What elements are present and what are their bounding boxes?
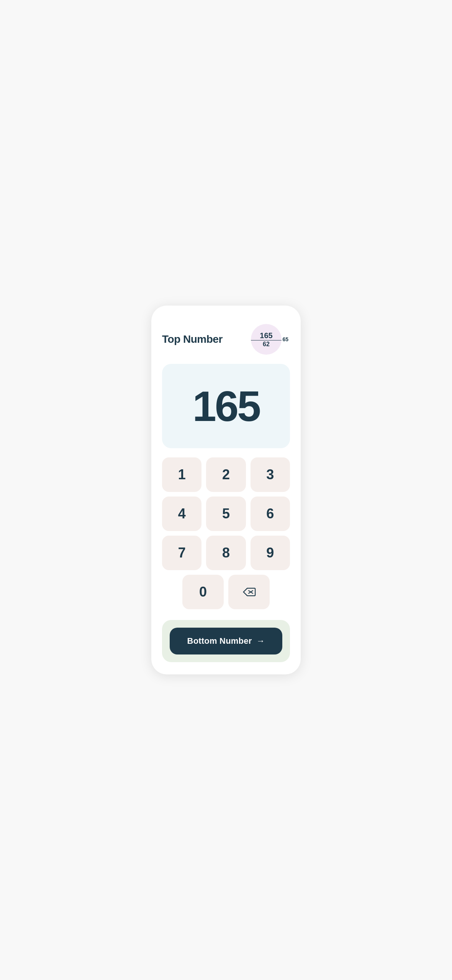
badge-side-value: 65 <box>282 336 288 342</box>
backspace-icon <box>242 587 256 597</box>
key-4[interactable]: 4 <box>162 497 201 531</box>
bottom-number-button[interactable]: Bottom Number → <box>170 628 282 654</box>
keypad-row-3: 7 8 9 <box>162 536 290 570</box>
key-8[interactable]: 8 <box>206 536 246 570</box>
keypad: 1 2 3 4 5 6 7 8 9 0 <box>162 457 290 609</box>
key-0[interactable]: 0 <box>182 575 224 609</box>
page-title: Top Number <box>162 333 223 345</box>
header: Top Number 165 62 65 <box>162 324 290 355</box>
fraction-badge: 165 62 65 <box>251 324 282 355</box>
key-7[interactable]: 7 <box>162 536 201 570</box>
key-6[interactable]: 6 <box>251 497 290 531</box>
bottom-button-label: Bottom Number <box>187 636 252 646</box>
key-1[interactable]: 1 <box>162 457 201 492</box>
badge-numerator: 165 <box>251 332 282 340</box>
keypad-row-4: 0 <box>162 575 290 609</box>
phone-container: Top Number 165 62 65 165 1 2 3 4 5 6 7 8… <box>151 306 301 674</box>
keypad-row-1: 1 2 3 <box>162 457 290 492</box>
arrow-icon: → <box>256 636 265 646</box>
keypad-row-2: 4 5 6 <box>162 497 290 531</box>
display-number: 165 <box>193 381 260 431</box>
display-area: 165 <box>162 364 290 448</box>
badge-denominator: 62 <box>263 340 270 347</box>
key-9[interactable]: 9 <box>251 536 290 570</box>
key-3[interactable]: 3 <box>251 457 290 492</box>
key-5[interactable]: 5 <box>206 497 246 531</box>
backspace-button[interactable] <box>228 575 270 609</box>
bottom-area: Bottom Number → <box>162 620 290 662</box>
key-2[interactable]: 2 <box>206 457 246 492</box>
